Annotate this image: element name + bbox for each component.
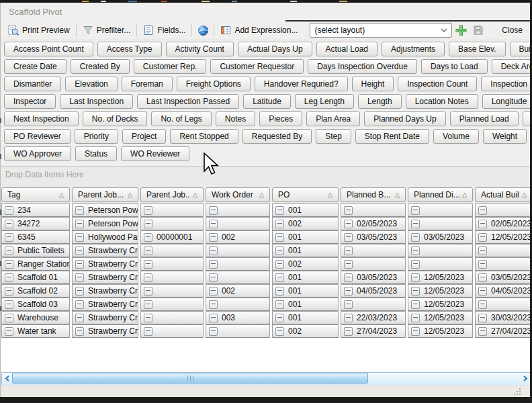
collapse-minus-icon[interactable] (5, 260, 13, 269)
collapse-minus-icon[interactable] (144, 260, 152, 269)
pivot-cell[interactable]: Warehouse (1, 311, 70, 324)
pivot-cell[interactable] (140, 311, 204, 324)
column-header[interactable]: Work Order△ (206, 187, 270, 202)
field-chip[interactable]: Access Point Count (4, 42, 93, 56)
pivot-cell[interactable]: Hollywood Park (72, 230, 138, 244)
field-chip[interactable]: Step (316, 129, 351, 144)
field-chip[interactable]: Create Date (4, 59, 66, 74)
collapse-minus-icon[interactable] (5, 314, 13, 322)
pivot-cell[interactable] (475, 298, 532, 311)
pivot-cell[interactable]: 002 (206, 284, 270, 298)
pivot-cell[interactable]: 001 (272, 311, 339, 324)
field-chip[interactable]: Latitude (243, 94, 291, 109)
pivot-cell[interactable] (408, 244, 473, 257)
collapse-minus-icon[interactable] (344, 247, 353, 255)
pivot-cell[interactable]: Water tank (1, 324, 70, 338)
field-chip[interactable]: WO Reviewer (121, 146, 189, 161)
pivot-cell[interactable]: 12/05/2023 (408, 284, 473, 298)
collapse-minus-icon[interactable] (5, 206, 13, 215)
pivot-cell[interactable]: 12/05/2023 (408, 271, 473, 284)
field-chip[interactable]: Inspection Frequency (481, 77, 532, 91)
collapse-minus-icon[interactable] (5, 273, 13, 282)
field-chip[interactable]: Status (75, 146, 117, 161)
collapse-minus-icon[interactable] (75, 300, 84, 309)
collapse-minus-icon[interactable] (275, 300, 284, 309)
collapse-minus-icon[interactable] (411, 260, 420, 269)
field-chip[interactable]: Length (358, 94, 402, 109)
field-chip[interactable]: Volume (433, 129, 479, 144)
pivot-cell[interactable]: 234 (1, 204, 70, 217)
field-chip[interactable]: PO Reviewer (4, 129, 71, 144)
pivot-cell[interactable] (341, 244, 406, 257)
add-expression-button[interactable]: Add Expression... (216, 24, 302, 37)
pivot-cell[interactable]: 12/05/2023 (408, 298, 473, 311)
column-header[interactable]: Planned Di...△ (408, 187, 473, 202)
save-layout-button[interactable] (470, 22, 487, 38)
collapse-minus-icon[interactable] (144, 287, 152, 296)
collapse-minus-icon[interactable] (5, 287, 13, 296)
collapse-minus-icon[interactable] (344, 260, 353, 269)
field-chip[interactable]: Freight Options (177, 77, 251, 91)
pivot-cell[interactable] (140, 324, 204, 338)
field-chip[interactable]: Inspector (4, 94, 56, 109)
field-chip[interactable]: Next Inspection (4, 111, 79, 126)
field-chip[interactable]: Dismantler (4, 77, 61, 91)
resize-grip-icon[interactable] (517, 391, 518, 392)
collapse-minus-icon[interactable] (75, 233, 84, 242)
resize-grip-icon[interactable] (514, 394, 515, 395)
field-chip[interactable]: Plan Area (306, 111, 360, 126)
pivot-cell[interactable] (475, 257, 532, 271)
pivot-cell[interactable] (206, 324, 270, 338)
pivot-cell[interactable] (206, 244, 270, 257)
collapse-minus-icon[interactable] (411, 314, 420, 322)
pivot-cell[interactable] (475, 204, 532, 217)
pivot-cell[interactable]: Strawberry Cr... (72, 271, 138, 284)
field-chip[interactable]: Created By (71, 59, 130, 74)
field-chip[interactable]: Planned Days Up (364, 111, 445, 126)
field-chip[interactable]: No. of Decks (83, 111, 148, 126)
pivot-cell[interactable] (140, 204, 204, 217)
collapse-minus-icon[interactable] (275, 273, 284, 282)
field-chip[interactable]: Activity Count (166, 42, 234, 56)
field-chip[interactable]: Builder (510, 42, 532, 56)
pivot-cell[interactable]: Scaffold 02 (1, 284, 70, 298)
pivot-cell[interactable]: Strawberry Cr... (72, 324, 138, 338)
pivot-cell[interactable]: 02/05/2023 (341, 217, 406, 230)
collapse-minus-icon[interactable] (209, 287, 218, 296)
pivot-cell[interactable] (475, 244, 532, 257)
field-chip[interactable]: Stop Rent Date (355, 129, 429, 144)
pivot-cell[interactable] (206, 204, 270, 217)
resize-grip-icon[interactable] (519, 391, 521, 392)
pivot-cell[interactable]: 03/05/2023 (341, 271, 406, 284)
field-chip[interactable]: Deck Area (492, 59, 532, 74)
field-chip[interactable]: Project (122, 129, 166, 144)
pivot-cell[interactable] (206, 217, 270, 230)
field-chip[interactable]: Adjustments (382, 42, 445, 56)
field-chip[interactable]: Customer Rep. (134, 59, 207, 74)
column-header[interactable]: Parent Job...△ (72, 187, 138, 202)
collapse-minus-icon[interactable] (75, 260, 84, 269)
collapse-minus-icon[interactable] (411, 220, 420, 228)
field-chip[interactable]: Base Elev. (449, 42, 505, 56)
collapse-minus-icon[interactable] (478, 206, 487, 215)
pivot-cell[interactable] (341, 257, 406, 271)
pivot-cell[interactable]: Peterson Pow... (72, 204, 138, 217)
collapse-minus-icon[interactable] (209, 247, 218, 255)
pivot-cell[interactable]: 02/05/2023 (475, 217, 532, 230)
pivot-cell[interactable]: 12/05/2023 (408, 311, 473, 324)
collapse-minus-icon[interactable] (344, 206, 353, 215)
column-header[interactable]: Actual Build△ (475, 187, 532, 202)
collapse-minus-icon[interactable] (75, 206, 84, 215)
field-chip[interactable]: Access Type (97, 42, 162, 56)
collapse-minus-icon[interactable] (275, 247, 284, 255)
column-header[interactable]: Tag△ (1, 187, 70, 202)
field-chip[interactable]: Rent Stopped (170, 129, 238, 144)
collapse-minus-icon[interactable] (478, 273, 487, 282)
field-chip[interactable]: Leg Length (295, 94, 354, 109)
pivot-cell[interactable]: 001 (272, 271, 339, 284)
pivot-cell[interactable]: Public Toilets (1, 244, 70, 257)
collapse-minus-icon[interactable] (344, 287, 353, 296)
pivot-cell[interactable] (408, 204, 473, 217)
pivot-cell[interactable]: 6345 (1, 230, 70, 244)
field-chip[interactable]: Weight (483, 129, 527, 144)
